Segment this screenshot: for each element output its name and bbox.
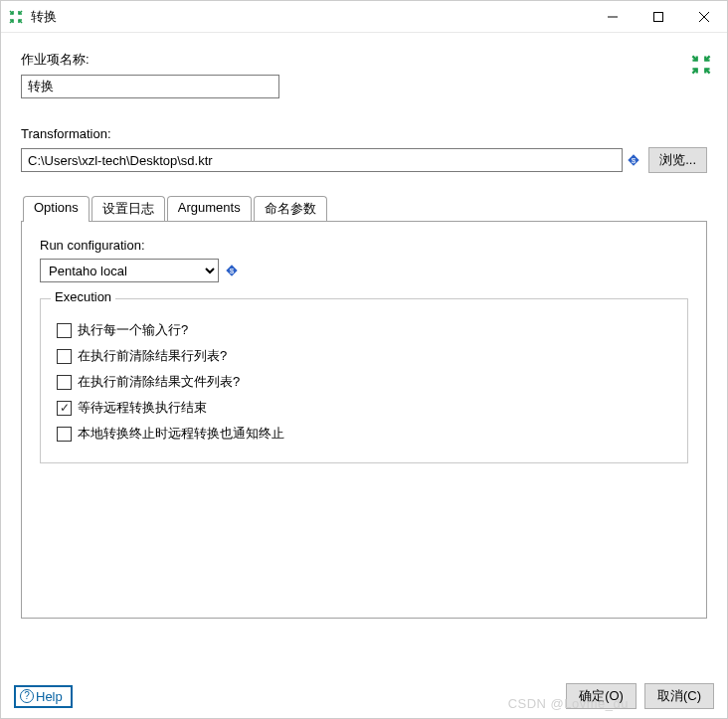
checkbox-row[interactable]: 等待远程转换执行结束 (57, 399, 671, 417)
tab-panel-options: Run configuration: Pentaho local $ Execu… (21, 221, 707, 619)
maximize-button[interactable] (636, 1, 681, 33)
dialog-button-bar: ? Help 确定(O) 取消(C) (14, 683, 714, 709)
cancel-button[interactable]: 取消(C) (644, 683, 714, 709)
tabs-bar: Options 设置日志 Arguments 命名参数 (21, 195, 707, 221)
job-name-input[interactable] (21, 75, 279, 98)
svg-text:$: $ (632, 156, 637, 165)
checkbox-label: 在执行前清除结果行列表? (78, 347, 227, 365)
checkbox-clear-result-rows[interactable] (57, 349, 72, 364)
execution-group: Execution 执行每一个输入行? 在执行前清除结果行列表? 在执行前清除结… (40, 298, 688, 463)
tab-named-params[interactable]: 命名参数 (254, 196, 327, 222)
close-button[interactable] (681, 1, 727, 33)
transformation-input[interactable] (21, 148, 623, 172)
collapse-icon[interactable] (691, 55, 711, 78)
tab-logging[interactable]: 设置日志 (91, 196, 165, 222)
checkbox-row[interactable]: 在执行前清除结果文件列表? (57, 373, 671, 391)
titlebar: 转换 (1, 1, 727, 33)
run-config-label: Run configuration: (40, 238, 688, 253)
checkbox-label: 本地转换终止时远程转换也通知终止 (78, 425, 284, 443)
transformation-label: Transformation: (21, 126, 707, 141)
svg-rect-1 (654, 12, 663, 21)
dialog-content: 作业项名称: Transformation: $ 浏览... Options (1, 33, 727, 619)
tab-options[interactable]: Options (23, 196, 90, 222)
checkbox-execute-every-row[interactable] (57, 323, 72, 338)
execution-legend: Execution (51, 289, 115, 304)
checkbox-label: 等待远程转换执行结束 (78, 399, 207, 417)
checkbox-wait-remote[interactable] (57, 401, 72, 416)
svg-text:$: $ (230, 267, 235, 275)
checkbox-clear-result-files[interactable] (57, 375, 72, 390)
help-button[interactable]: ? Help (14, 685, 73, 708)
job-name-label: 作业项名称: (21, 51, 691, 69)
checkbox-row[interactable]: 本地转换终止时远程转换也通知终止 (57, 425, 671, 443)
ok-button[interactable]: 确定(O) (566, 683, 637, 709)
help-icon: ? (20, 689, 34, 703)
variable-icon[interactable]: $ (627, 153, 640, 167)
checkbox-notify-remote-abort[interactable] (57, 427, 72, 442)
checkbox-row[interactable]: 在执行前清除结果行列表? (57, 347, 671, 365)
window-title: 转换 (31, 8, 57, 26)
checkbox-label: 在执行前清除结果文件列表? (78, 373, 240, 391)
variable-icon[interactable]: $ (225, 264, 239, 277)
run-config-select[interactable]: Pentaho local (40, 259, 219, 282)
minimize-button[interactable] (590, 1, 636, 33)
checkbox-label: 执行每一个输入行? (78, 321, 188, 339)
tab-arguments[interactable]: Arguments (167, 196, 252, 222)
help-label: Help (36, 689, 63, 704)
browse-button[interactable]: 浏览... (648, 147, 707, 173)
app-icon (9, 10, 23, 24)
checkbox-row[interactable]: 执行每一个输入行? (57, 321, 671, 339)
